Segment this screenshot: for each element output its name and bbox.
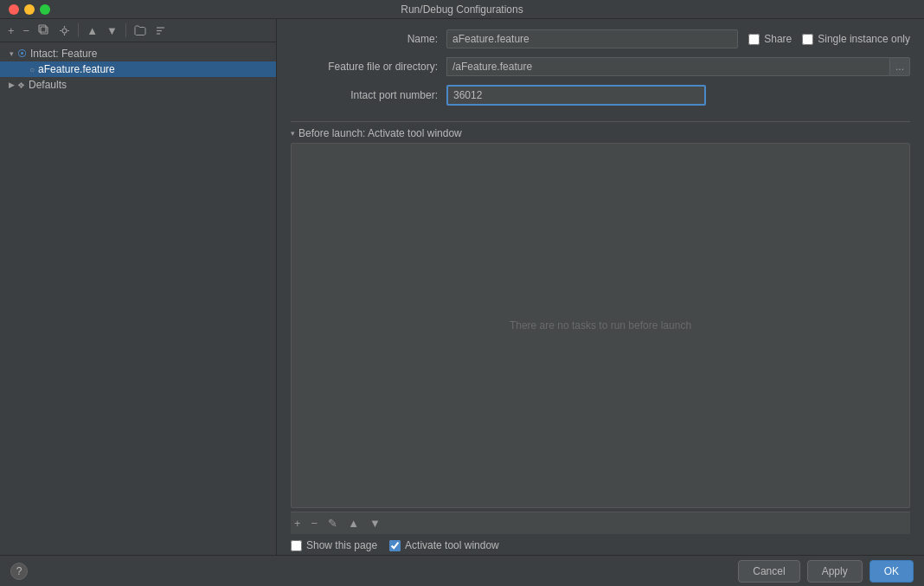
tree-item-afeature[interactable]: ○ aFeature.feature xyxy=(0,61,276,77)
main-container: + − ▲ ▼ xyxy=(0,19,924,555)
svg-rect-0 xyxy=(41,27,48,34)
bl-up-button[interactable]: ▲ xyxy=(344,515,363,531)
activate-tool-checkbox[interactable] xyxy=(389,540,401,551)
single-instance-label: Single instance only xyxy=(818,33,910,45)
port-label: Intact port number: xyxy=(291,89,446,101)
tree-item-label: Defaults xyxy=(29,79,67,91)
tree-item-defaults[interactable]: ▶ ❖ Defaults xyxy=(0,77,276,93)
ok-button[interactable]: OK xyxy=(869,560,914,583)
before-launch-collapse-icon: ▾ xyxy=(291,129,295,138)
feature-file-label: Feature file or directory: xyxy=(291,61,446,73)
window-controls xyxy=(9,4,50,15)
before-launch-section: ▾ Before launch: Activate tool window Th… xyxy=(291,121,910,555)
defaults-icon: ❖ xyxy=(17,80,25,90)
apply-button[interactable]: Apply xyxy=(807,560,863,583)
close-button[interactable] xyxy=(9,4,19,15)
right-panel: Name: Share Single instance only Feature… xyxy=(277,19,924,555)
run-icon: ⦿ xyxy=(17,48,27,59)
remove-config-button[interactable]: − xyxy=(21,23,33,38)
browse-button[interactable]: ... xyxy=(889,57,910,76)
expand-arrow-icon: ▾ xyxy=(5,49,17,58)
config-tree: ▾ ⦿ Intact: Feature ○ aFeature.feature ▶… xyxy=(0,42,276,555)
add-config-button[interactable]: + xyxy=(5,23,17,38)
move-up-button[interactable]: ▲ xyxy=(84,23,100,38)
toolbar-separator xyxy=(78,23,79,37)
bl-add-button[interactable]: + xyxy=(291,515,305,531)
left-panel: + − ▲ ▼ xyxy=(0,19,277,555)
single-instance-checkbox-label[interactable]: Single instance only xyxy=(802,33,910,45)
svg-rect-1 xyxy=(39,25,46,32)
svg-point-2 xyxy=(62,29,67,33)
share-label: Share xyxy=(764,33,792,45)
activate-tool-checkbox-label[interactable]: Activate tool window xyxy=(389,539,499,551)
window-title: Run/Debug Configurations xyxy=(401,3,523,16)
name-input[interactable] xyxy=(446,29,738,48)
activate-tool-label: Activate tool window xyxy=(405,539,499,551)
copy-config-button[interactable] xyxy=(35,23,53,38)
maximize-button[interactable] xyxy=(40,4,50,15)
before-launch-toolbar: + − ✎ ▲ ▼ xyxy=(291,512,910,534)
feature-file-input-group: ... xyxy=(446,57,910,76)
toolbar-separator-2 xyxy=(125,23,126,37)
name-row: Name: Share Single instance only xyxy=(291,29,910,48)
folder-button[interactable] xyxy=(132,23,149,37)
feature-file-row: Feature file or directory: ... xyxy=(291,57,910,76)
footer-right: Cancel Apply OK xyxy=(738,560,914,583)
collapsed-arrow-icon: ▶ xyxy=(5,80,17,89)
bl-down-button[interactable]: ▼ xyxy=(366,515,384,531)
single-instance-checkbox[interactable] xyxy=(802,34,813,45)
footer: ? Cancel Apply OK xyxy=(0,555,924,586)
title-bar: Run/Debug Configurations xyxy=(0,0,924,19)
file-icon: ○ xyxy=(29,65,35,74)
footer-left: ? xyxy=(10,563,28,580)
no-tasks-text: There are no tasks to run before launch xyxy=(510,319,691,332)
bl-remove-button[interactable]: − xyxy=(308,515,322,531)
move-down-button[interactable]: ▼ xyxy=(104,23,120,38)
port-input[interactable] xyxy=(446,85,706,106)
config-form: Name: Share Single instance only Feature… xyxy=(277,19,924,121)
help-button[interactable]: ? xyxy=(10,563,28,580)
show-page-checkbox[interactable] xyxy=(291,540,302,551)
show-page-label: Show this page xyxy=(306,539,377,551)
before-launch-options: Show this page Activate tool window xyxy=(291,534,910,555)
before-launch-title: Before launch: Activate tool window xyxy=(298,127,462,139)
before-launch-body: There are no tasks to run before launch xyxy=(291,143,910,508)
settings-config-button[interactable] xyxy=(56,23,73,38)
share-checkbox[interactable] xyxy=(748,34,760,45)
feature-file-input[interactable] xyxy=(446,57,889,76)
before-launch-header[interactable]: ▾ Before launch: Activate tool window xyxy=(291,122,910,143)
name-label: Name: xyxy=(291,33,446,45)
tree-item-intact-feature[interactable]: ▾ ⦿ Intact: Feature xyxy=(0,46,276,61)
minimize-button[interactable] xyxy=(24,4,35,15)
share-checkbox-label[interactable]: Share xyxy=(748,33,792,45)
sort-button[interactable] xyxy=(152,23,169,38)
port-row: Intact port number: xyxy=(291,85,910,106)
show-page-checkbox-label[interactable]: Show this page xyxy=(291,539,377,551)
config-toolbar: + − ▲ ▼ xyxy=(0,19,276,42)
tree-item-label: aFeature.feature xyxy=(38,63,115,75)
cancel-button[interactable]: Cancel xyxy=(738,560,799,583)
tree-item-label: Intact: Feature xyxy=(30,48,97,60)
bl-edit-button[interactable]: ✎ xyxy=(324,515,341,531)
